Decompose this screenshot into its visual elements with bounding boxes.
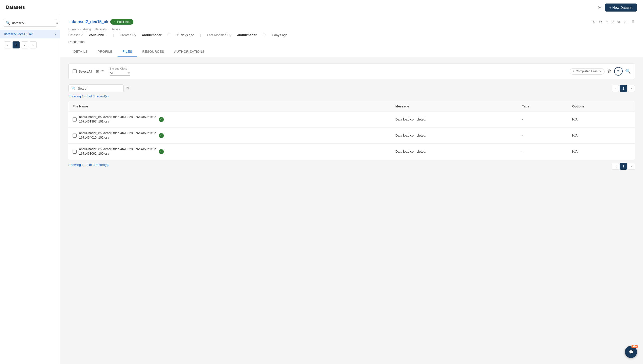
bottom-next-button[interactable]: › (628, 163, 635, 170)
file-name-text-1: abdulkhader_e50a2bb8-f8db-4f41-8283-c6b4… (79, 131, 156, 140)
scissors-dataset-icon[interactable]: ✂ (599, 20, 602, 24)
sidebar-prev-button[interactable]: ‹ (4, 41, 11, 48)
file-row-checkbox-0[interactable] (73, 117, 77, 122)
list-filter-button[interactable]: ≡ (614, 67, 623, 76)
records-count-top: Showing 1 - 3 of 3 record(s) (68, 94, 635, 98)
tab-details[interactable]: DETAILS (68, 47, 93, 57)
file-options-cell-0: N/A (568, 111, 635, 128)
tab-files[interactable]: FILES (118, 47, 137, 57)
breadcrumb-catalog[interactable]: Catalog (80, 28, 91, 31)
table-row: abdulkhader_e50a2bb8-f8db-4f41-8283-c6b4… (69, 111, 635, 128)
chat-button[interactable]: 💬 99+ (625, 346, 637, 358)
sidebar-next-button[interactable]: › (30, 41, 37, 48)
circle-icon[interactable]: ○ (611, 20, 614, 24)
file-row-checkbox-1[interactable] (73, 134, 77, 138)
tabs: DETAILS PROFILE FILES RESOURCES AUTHORIZ… (68, 47, 635, 57)
delete-files-button[interactable]: 🗑 (607, 69, 612, 74)
search-icon: 🔍 (6, 21, 10, 25)
modified-ago: 7 days ago (272, 33, 288, 37)
select-all-label[interactable]: Select All (79, 70, 92, 73)
meta-sep-1: | (113, 33, 114, 37)
records-count-bottom: Showing 1 - 3 of 3 record(s) (68, 163, 109, 167)
search-input[interactable] (12, 21, 54, 25)
file-message-cell-0: Data load completed. (391, 111, 518, 128)
files-search-input[interactable] (78, 87, 108, 90)
files-refresh-icon[interactable]: ↻ (126, 86, 129, 91)
file-options-cell-2: N/A (568, 144, 635, 160)
breadcrumb-datasets[interactable]: Datasets (95, 28, 106, 31)
breadcrumb-sep-3: › (108, 28, 109, 31)
file-message-cell-2: Data load completed. (391, 144, 518, 160)
bottom-page-1-button[interactable]: 1 (620, 163, 627, 170)
published-badge: ✓ Published (110, 19, 133, 25)
completed-files-label: Completed Files (576, 70, 598, 73)
breadcrumb-details: Details (111, 28, 120, 31)
sidebar-item-dataset[interactable]: dataset2_dec15_ak › (0, 30, 60, 38)
refresh-dataset-icon[interactable]: ↻ (592, 20, 596, 24)
sidebar-page-2-button[interactable]: 2 (21, 41, 28, 48)
file-tags-cell-1: - (518, 128, 568, 144)
grid-icons: ⊞ ≡ (96, 69, 103, 74)
top-pagination: ‹ 1 › (612, 85, 635, 92)
table-next-button[interactable]: › (628, 85, 635, 92)
upload-icon[interactable]: ↑ (606, 20, 608, 24)
col-header-filename: File Name (69, 101, 392, 111)
dataset-meta: Dataset Id e50a2bb8... | Created By abdu… (68, 33, 635, 37)
search-files-icon[interactable]: 🔍 (625, 69, 631, 74)
completed-files-filter: ≡ Completed Files ✕ (570, 68, 605, 75)
modified-info-icon: ⓘ (263, 33, 265, 37)
chat-icon: 💬 (629, 350, 633, 354)
search-bar-container: 🔍 ≡ ↻ (3, 19, 57, 27)
list-view-icon[interactable]: ≡ (101, 69, 103, 74)
sidebar-page-1-button[interactable]: 1 (13, 41, 20, 48)
dataset-id-value: e50a2bb8... (89, 33, 107, 37)
modified-by-label: Last Modified By (207, 33, 231, 37)
filter-icon[interactable]: ≡ (56, 21, 58, 25)
dataset-header: ‹ dataset2_dec15_ak ✓ Published ↻ ✂ ↑ ○ … (60, 15, 643, 57)
files-table: File Name Message Tags Options abdulkhad… (68, 101, 635, 160)
page-title: Datasets (6, 5, 25, 10)
bottom-prev-button[interactable]: ‹ (612, 163, 619, 170)
modified-by-value: abdulkhader (237, 33, 256, 37)
file-name-cell: abdulkhader_e50a2bb8-f8db-4f41-8283-c6b4… (69, 128, 392, 144)
file-name-text-0: abdulkhader_e50a2bb8-f8db-4f41-8283-c6b4… (79, 115, 156, 124)
back-arrow-icon[interactable]: ‹ (68, 20, 70, 24)
created-info-icon: ⓘ (168, 33, 170, 37)
file-name-text-2: abdulkhader_e50a2bb8-f8db-4f41-8283-c6b4… (79, 147, 156, 156)
file-tags-cell-0: - (518, 111, 568, 128)
tab-resources[interactable]: RESOURCES (137, 47, 169, 57)
storage-class-select[interactable]: All Standard Archive (110, 71, 130, 76)
sidebar-item-label: dataset2_dec15_ak (4, 32, 32, 36)
tab-profile[interactable]: PROFILE (93, 47, 118, 57)
file-options-cell-1: N/A (568, 128, 635, 144)
file-row-checkbox-2[interactable] (73, 150, 77, 154)
published-label: Published (117, 20, 130, 24)
table-page-1-button[interactable]: 1 (620, 85, 627, 92)
col-header-message: Message (391, 101, 518, 111)
table-prev-button[interactable]: ‹ (612, 85, 619, 92)
history-icon[interactable]: ⊙ (624, 20, 627, 24)
trash-icon[interactable]: 🗑 (631, 20, 635, 24)
grid-view-icon[interactable]: ⊞ (96, 69, 99, 74)
breadcrumb-home[interactable]: Home (68, 28, 76, 31)
filter-row: Select All ⊞ ≡ Storage Class All Standar… (68, 63, 635, 79)
scissors-icon[interactable]: ✂ (598, 5, 602, 10)
main-content: ‹ dataset2_dec15_ak ✓ Published ↻ ✂ ↑ ○ … (60, 15, 643, 364)
main-layout: 🔍 ≡ ↻ dataset2_dec15_ak › ‹ 1 2 › (0, 15, 643, 364)
created-by-label: Created By (120, 33, 136, 37)
files-search-wrap: 🔍 (68, 84, 124, 92)
files-search-icon: 🔍 (72, 86, 76, 90)
col-header-tags: Tags (518, 101, 568, 111)
check-icon: ✓ (113, 20, 116, 24)
description-label: Description (68, 40, 635, 44)
breadcrumb: Home › Catalog › Datasets › Details (68, 28, 635, 31)
tab-authorizations[interactable]: AUTHORIZATIONS (169, 47, 209, 57)
dataset-toolbar-icons: ↻ ✂ ↑ ○ ✏ ⊙ 🗑 (592, 20, 635, 24)
edit-icon[interactable]: ✏ (617, 20, 621, 24)
sidebar: 🔍 ≡ ↻ dataset2_dec15_ak › ‹ 1 2 › (0, 15, 60, 364)
dataset-name-link[interactable]: dataset2_dec15_ak (72, 20, 108, 24)
new-dataset-button[interactable]: + New Dataset (605, 4, 637, 12)
select-all-checkbox[interactable] (73, 69, 77, 73)
remove-filter-icon[interactable]: ✕ (599, 70, 602, 73)
breadcrumb-and-title: ‹ dataset2_dec15_ak ✓ Published (68, 19, 133, 25)
